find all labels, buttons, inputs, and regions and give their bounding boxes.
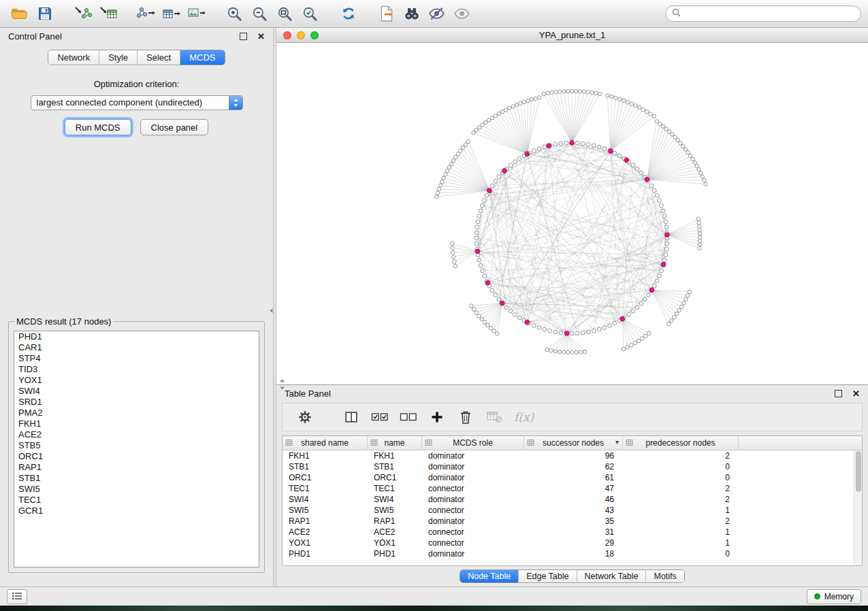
table-header-row: shared namenameMCDS rolesuccessor nodes▾… — [283, 436, 862, 450]
table-row[interactable]: STB1STB1dominator620 — [283, 461, 862, 472]
table-row[interactable]: ACE2ACE2connector311 — [283, 527, 862, 538]
close-panel-icon[interactable]: ✕ — [852, 389, 860, 398]
maximize-traffic-light-icon[interactable] — [310, 31, 319, 39]
save-session-icon[interactable] — [32, 3, 57, 24]
table-row[interactable]: TEC1TEC1connector472 — [283, 483, 862, 494]
minimize-traffic-light-icon[interactable] — [297, 31, 305, 39]
mcds-result-item[interactable]: GCR1 — [14, 506, 259, 516]
mcds-result-item[interactable]: RAP1 — [14, 462, 259, 473]
control-panel-header: Control Panel ✕ — [0, 28, 273, 45]
export-network-icon[interactable] — [133, 3, 159, 24]
cell-MCDS-role: connector — [422, 505, 524, 516]
open-file-icon[interactable] — [7, 3, 32, 24]
run-mcds-button[interactable]: Run MCDS — [65, 119, 131, 135]
mcds-result-item[interactable]: ORC1 — [14, 451, 259, 462]
network-canvas[interactable] — [276, 43, 868, 384]
close-traffic-light-icon[interactable] — [283, 31, 291, 39]
table-row[interactable]: ORC1ORC1dominator610 — [283, 472, 862, 483]
column-type-icon — [527, 439, 534, 448]
tab-select[interactable]: Select — [137, 50, 180, 65]
export-table-icon[interactable] — [159, 3, 184, 24]
column-header-shared-name[interactable]: shared name — [283, 436, 368, 450]
cell-successor-nodes: 62 — [524, 461, 623, 472]
column-label: successor nodes — [543, 438, 604, 448]
panel-menu-button[interactable] — [7, 589, 27, 604]
cell-successor-nodes: 18 — [524, 548, 623, 559]
zoom-fit-icon[interactable] — [272, 3, 298, 24]
zoom-in-icon[interactable] — [222, 3, 247, 24]
mcds-result-item[interactable]: STP4 — [14, 353, 259, 364]
table-row[interactable]: FKH1FKH1dominator962 — [283, 450, 862, 461]
network-title: YPA_prune.txt_1 — [276, 30, 868, 40]
mcds-result-group-title: MCDS result (17 nodes) — [14, 316, 113, 327]
mcds-result-item[interactable]: PHD1 — [14, 331, 259, 342]
mcds-result-item[interactable]: SRD1 — [14, 397, 259, 408]
import-table-icon[interactable] — [95, 3, 120, 24]
cell-name: TEC1 — [368, 483, 422, 494]
mcds-result-item[interactable]: STB1 — [14, 473, 259, 484]
table-row[interactable]: SWI5SWI5connector431 — [283, 505, 862, 516]
show-all-icon[interactable] — [449, 3, 475, 24]
column-header-successor-nodes[interactable]: successor nodes▾ — [524, 436, 623, 450]
memory-button[interactable]: Memory — [807, 589, 861, 604]
tab-network[interactable]: Network — [48, 50, 99, 65]
table-row[interactable]: YOX1YOX1connector291 — [283, 538, 862, 548]
mcds-result-item[interactable]: YOX1 — [14, 375, 259, 386]
float-panel-icon[interactable] — [835, 390, 842, 397]
table-row[interactable]: PHD1PHD1dominator180 — [283, 548, 862, 559]
mcds-result-item[interactable]: STB5 — [14, 440, 259, 451]
zoom-out-icon[interactable] — [247, 3, 272, 24]
scrollbar-thumb[interactable] — [856, 451, 861, 492]
tab-node-table[interactable]: Node Table — [460, 570, 518, 582]
optimization-criterion-dropdown[interactable]: largest connected component (undirected) — [31, 95, 243, 110]
cell-name: FKH1 — [368, 450, 422, 461]
cell-MCDS-role: dominator — [422, 472, 524, 483]
import-network-icon[interactable] — [70, 3, 95, 24]
tab-edge-table[interactable]: Edge Table — [518, 570, 576, 582]
mcds-result-item[interactable]: SWI5 — [14, 484, 259, 495]
tab-mcds[interactable]: MCDS — [180, 50, 224, 65]
add-column-icon[interactable] — [423, 405, 451, 429]
network-window-titlebar[interactable]: YPA_prune.txt_1 — [276, 28, 868, 43]
select-all-icon[interactable] — [366, 405, 394, 429]
function-builder-button[interactable]: f(x) — [514, 410, 534, 424]
column-header-predecessor-nodes[interactable]: predecessor nodes — [623, 436, 739, 450]
column-header-name[interactable]: name — [368, 436, 422, 450]
mcds-result-item[interactable]: TEC1 — [14, 495, 259, 506]
share-document-icon[interactable] — [374, 3, 399, 24]
search-box[interactable] — [665, 5, 861, 22]
hide-selected-icon[interactable] — [424, 3, 449, 24]
mcds-result-item[interactable]: TID3 — [14, 364, 259, 375]
tab-network-table[interactable]: Network Table — [577, 570, 646, 582]
table-row[interactable]: SWI4SWI4dominator462 — [283, 494, 862, 505]
mcds-result-item[interactable]: PMA2 — [14, 408, 259, 418]
cell-successor-nodes: 31 — [524, 527, 623, 538]
cell-predecessor-nodes: 2 — [623, 516, 739, 527]
search-input[interactable] — [685, 8, 854, 19]
table-scrollbar[interactable] — [854, 450, 862, 565]
refresh-layout-icon[interactable] — [336, 3, 361, 24]
close-panel-icon[interactable]: ✕ — [257, 32, 265, 41]
zoom-selected-icon[interactable] — [298, 3, 323, 24]
clear-selection-icon[interactable] — [394, 405, 423, 429]
float-panel-icon[interactable] — [240, 33, 247, 40]
import-table-disabled-icon[interactable] — [480, 405, 509, 429]
columns-icon[interactable] — [337, 405, 366, 429]
memory-label: Memory — [824, 592, 854, 601]
cell-shared-name: YOX1 — [283, 538, 368, 548]
splitter-collapse-icon[interactable] — [280, 379, 285, 393]
mcds-result-list[interactable]: PHD1CAR1STP4TID3YOX1SWI4SRD1PMA2FKH1ACE2… — [14, 331, 259, 567]
export-image-icon[interactable] — [184, 3, 209, 24]
mcds-result-item[interactable]: FKH1 — [14, 418, 259, 429]
gear-icon[interactable] — [291, 405, 319, 429]
table-row[interactable]: RAP1RAP1dominator352 — [283, 516, 862, 527]
mcds-result-item[interactable]: CAR1 — [14, 342, 259, 353]
mcds-result-item[interactable]: ACE2 — [14, 429, 259, 440]
close-panel-button[interactable]: Close panel — [140, 119, 209, 135]
tab-motifs[interactable]: Motifs — [645, 570, 684, 582]
column-header-MCDS-role[interactable]: MCDS role — [422, 436, 524, 450]
find-icon[interactable] — [399, 3, 424, 24]
delete-column-icon[interactable] — [451, 405, 480, 429]
mcds-result-item[interactable]: SWI4 — [14, 386, 259, 397]
tab-style[interactable]: Style — [99, 50, 137, 65]
